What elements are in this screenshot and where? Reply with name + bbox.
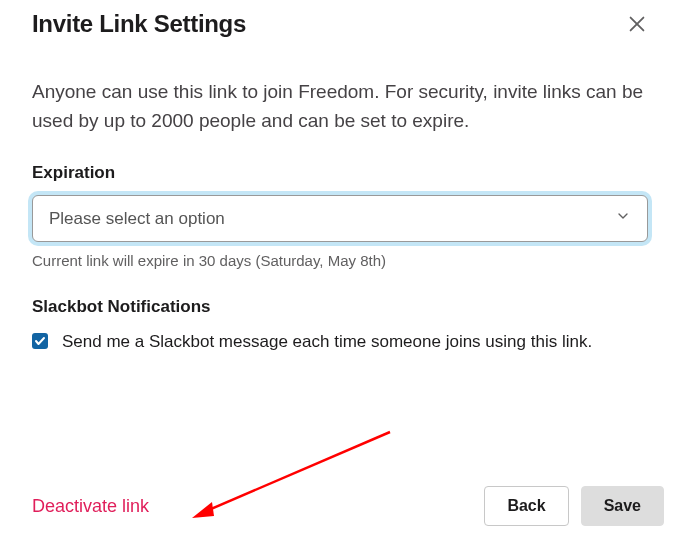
notifications-checkbox[interactable] <box>32 333 48 349</box>
expiration-select[interactable]: Please select an option <box>32 195 648 242</box>
modal-description: Anyone can use this link to join Freedom… <box>32 78 648 135</box>
deactivate-link[interactable]: Deactivate link <box>32 496 149 517</box>
notifications-label: Slackbot Notifications <box>32 297 648 317</box>
close-icon[interactable] <box>626 13 648 35</box>
save-button[interactable]: Save <box>581 486 664 526</box>
notifications-checkbox-label: Send me a Slackbot message each time som… <box>62 329 592 355</box>
expiration-hint: Current link will expire in 30 days (Sat… <box>32 252 648 269</box>
chevron-down-icon <box>615 208 631 229</box>
modal-title: Invite Link Settings <box>32 10 246 38</box>
expiration-placeholder: Please select an option <box>49 209 225 229</box>
back-button[interactable]: Back <box>484 486 568 526</box>
expiration-label: Expiration <box>32 163 648 183</box>
